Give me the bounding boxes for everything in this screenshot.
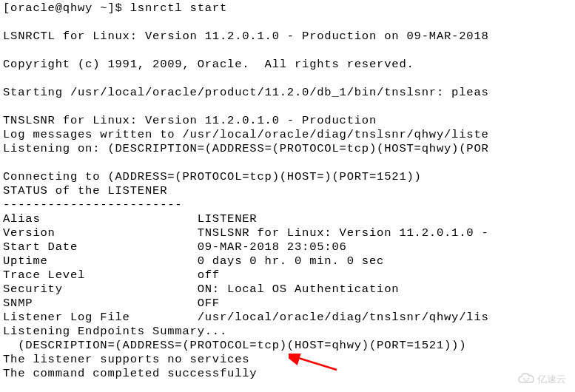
terminal-line: Alias LISTENER	[3, 212, 257, 226]
cloud-icon	[518, 373, 534, 386]
terminal-line: Trace Level off	[3, 268, 220, 282]
terminal-line: Security ON: Local OS Authentication	[3, 283, 399, 296]
terminal-line: TNSLSNR for Linux: Version 11.2.0.1.0 - …	[3, 114, 377, 127]
terminal-line: Version TNSLSNR for Linux: Version 11.2.…	[3, 226, 489, 240]
terminal-line: STATUS of the LISTENER	[3, 184, 167, 197]
svg-point-3	[528, 378, 529, 379]
terminal-line: Listener Log File /usr/local/oracle/diag…	[3, 311, 489, 324]
terminal-line: LSNRCTL for Linux: Version 11.2.0.1.0 - …	[3, 30, 489, 43]
terminal-line: Log messages written to /usr/local/oracl…	[3, 128, 489, 141]
terminal-line: Uptime 0 days 0 hr. 0 min. 0 sec	[3, 254, 384, 268]
terminal-line: Listening Endpoints Summary...	[3, 325, 227, 338]
terminal-line: The command completed successfully	[3, 367, 257, 380]
terminal-line: Start Date 09-MAR-2018 23:05:06	[3, 240, 347, 254]
terminal-line: SNMP OFF	[3, 297, 220, 310]
terminal-output: [oracle@qhwy ~]$ lsnrctl start LSNRCTL f…	[0, 0, 575, 381]
terminal-line: (DESCRIPTION=(ADDRESS=(PROTOCOL=tcp)(HOS…	[3, 339, 466, 352]
terminal-line: [oracle@qhwy ~]$ lsnrctl start	[3, 1, 227, 15]
terminal-line: Starting /usr/local/oracle/product/11.2.…	[3, 86, 489, 99]
terminal-line: Listening on: (DESCRIPTION=(ADDRESS=(PRO…	[3, 142, 489, 155]
watermark-text: 亿速云	[537, 373, 566, 386]
terminal-line: Connecting to (ADDRESS=(PROTOCOL=tcp)(HO…	[3, 170, 422, 183]
terminal-line: Copyright (c) 1991, 2009, Oracle. All ri…	[3, 58, 414, 71]
watermark: 亿速云	[518, 373, 566, 386]
terminal-line: ------------------------	[3, 198, 182, 212]
svg-point-2	[523, 378, 525, 379]
terminal-line: The listener supports no services	[3, 353, 249, 366]
